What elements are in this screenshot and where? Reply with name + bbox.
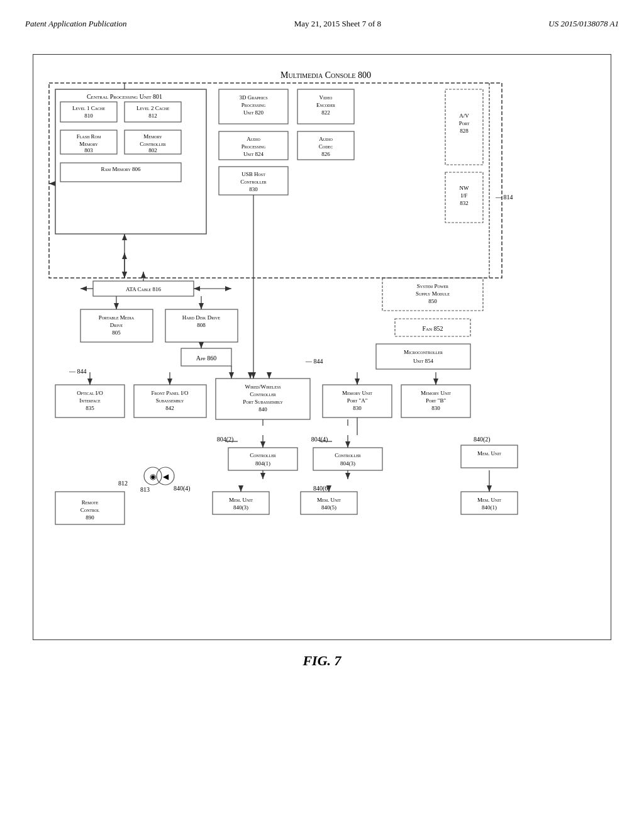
svg-marker-179 xyxy=(122,234,127,240)
svg-text:System Power: System Power xyxy=(417,283,448,289)
svg-text:828: 828 xyxy=(460,128,469,134)
header-right: US 2015/0138078 A1 xyxy=(548,19,619,29)
svg-text:Supply Module: Supply Module xyxy=(416,290,450,297)
svg-text:804(3): 804(3) xyxy=(340,460,355,467)
svg-text:Memory: Memory xyxy=(143,133,162,140)
svg-text:Controller: Controller xyxy=(250,391,276,397)
svg-text:Level 2 Cache: Level 2 Cache xyxy=(136,105,169,111)
svg-marker-176 xyxy=(251,372,256,379)
svg-text:840(5): 840(5) xyxy=(321,504,336,511)
svg-text:Memory Unit: Memory Unit xyxy=(342,390,372,396)
page-header: Patent Application Publication May 21, 2… xyxy=(25,13,619,42)
svg-text:840(2): 840(2) xyxy=(474,436,491,443)
svg-marker-56 xyxy=(141,272,146,278)
svg-text:USB Host: USB Host xyxy=(242,171,265,177)
diagram-svg: Multimedia Console 800 Central Processin… xyxy=(43,64,609,630)
svg-text:Video: Video xyxy=(319,94,333,101)
svg-marker-164 xyxy=(487,485,492,492)
svg-rect-126 xyxy=(228,448,297,470)
header-left: Patent Application Publication xyxy=(25,19,127,29)
svg-text:803: 803 xyxy=(84,147,93,153)
svg-marker-60 xyxy=(225,286,231,291)
svg-text:840(1): 840(1) xyxy=(482,504,497,511)
svg-text:Audio: Audio xyxy=(319,136,333,142)
svg-text:Controller: Controller xyxy=(335,452,361,458)
svg-text:— 814: — 814 xyxy=(495,194,513,201)
svg-text:830: 830 xyxy=(249,186,258,192)
svg-text:804(2): 804(2) xyxy=(217,436,234,443)
svg-text:Microcontroller: Microcontroller xyxy=(404,349,443,355)
svg-text:Portable Media: Portable Media xyxy=(99,314,135,321)
svg-text:826: 826 xyxy=(321,151,330,157)
svg-rect-28 xyxy=(445,89,483,165)
svg-rect-132 xyxy=(461,445,518,468)
svg-text:— 844: — 844 xyxy=(69,368,87,375)
svg-text:Remote: Remote xyxy=(82,499,99,506)
page: Patent Application Publication May 21, 2… xyxy=(0,0,644,830)
svg-marker-118 xyxy=(355,379,360,385)
svg-rect-83 xyxy=(376,344,470,369)
svg-marker-160 xyxy=(238,485,243,492)
svg-marker-58 xyxy=(80,286,87,291)
svg-text:Controller: Controller xyxy=(250,452,276,458)
svg-text:Mem. Unit: Mem. Unit xyxy=(317,497,341,503)
svg-marker-166 xyxy=(260,441,265,448)
svg-marker-112 xyxy=(167,379,172,385)
svg-text:Level 1 Cache: Level 1 Cache xyxy=(72,105,105,111)
svg-marker-120 xyxy=(433,379,438,385)
svg-text:Unit 854: Unit 854 xyxy=(413,358,434,364)
svg-text:830: 830 xyxy=(431,405,440,411)
svg-text:Port "A": Port "A" xyxy=(347,397,368,404)
svg-marker-61 xyxy=(194,286,200,291)
svg-text:802: 802 xyxy=(148,147,157,153)
svg-marker-145 xyxy=(345,473,350,479)
svg-text:Memory Unit: Memory Unit xyxy=(421,390,451,396)
svg-text:822: 822 xyxy=(321,109,330,116)
svg-text:Unit 820: Unit 820 xyxy=(243,109,264,116)
svg-text:812: 812 xyxy=(148,113,157,119)
svg-marker-168 xyxy=(345,441,350,448)
svg-text:Optical I/O: Optical I/O xyxy=(77,390,103,396)
svg-text:804(1): 804(1) xyxy=(255,460,270,467)
svg-text:832: 832 xyxy=(460,200,469,206)
svg-text:Central Processing Unit 801: Central Processing Unit 801 xyxy=(87,93,162,100)
diagram-container: Multimedia Console 800 Central Processin… xyxy=(33,54,611,640)
svg-text:Port: Port xyxy=(459,120,470,126)
svg-rect-146 xyxy=(213,492,269,514)
svg-text:808: 808 xyxy=(197,322,206,328)
svg-marker-110 xyxy=(87,379,92,385)
svg-text:805: 805 xyxy=(112,329,121,336)
svg-text:A/V: A/V xyxy=(459,113,469,119)
svg-rect-129 xyxy=(313,448,382,470)
svg-text:Interface: Interface xyxy=(79,397,101,404)
svg-text:890: 890 xyxy=(86,514,94,521)
fig-label: FIG. 7 xyxy=(25,653,619,669)
svg-marker-178 xyxy=(122,272,127,278)
svg-marker-72 xyxy=(199,303,204,309)
svg-text:Audio: Audio xyxy=(247,136,260,142)
svg-text:813: 813 xyxy=(140,486,150,493)
svg-text:842: 842 xyxy=(165,405,174,411)
svg-text:Mem. Unit: Mem. Unit xyxy=(477,497,501,503)
svg-text:840(3): 840(3) xyxy=(233,504,248,511)
svg-text:Memory: Memory xyxy=(79,141,98,147)
svg-text:Codec: Codec xyxy=(319,143,333,150)
svg-text:Controller: Controller xyxy=(240,179,267,185)
svg-text:Hard Disk Drive: Hard Disk Drive xyxy=(182,314,221,321)
svg-text:812: 812 xyxy=(118,480,128,487)
svg-text:Subassembly: Subassembly xyxy=(156,397,184,404)
svg-text:◀: ◀ xyxy=(163,472,169,481)
svg-rect-149 xyxy=(301,492,357,514)
svg-marker-143 xyxy=(260,473,265,479)
svg-text:ATA Cable 816: ATA Cable 816 xyxy=(126,286,161,292)
svg-rect-152 xyxy=(461,492,518,514)
svg-text:Mem. Unit: Mem. Unit xyxy=(477,450,501,456)
svg-text:830: 830 xyxy=(353,405,362,411)
svg-text:Wired/Wireless: Wired/Wireless xyxy=(245,384,280,390)
svg-text:Encoder: Encoder xyxy=(316,102,335,108)
svg-text:3D Graphics: 3D Graphics xyxy=(239,94,267,101)
svg-text:850: 850 xyxy=(428,298,437,304)
svg-text:Drive: Drive xyxy=(110,322,123,328)
svg-text:Processing: Processing xyxy=(242,102,266,108)
svg-text:804(4): 804(4) xyxy=(311,436,328,443)
